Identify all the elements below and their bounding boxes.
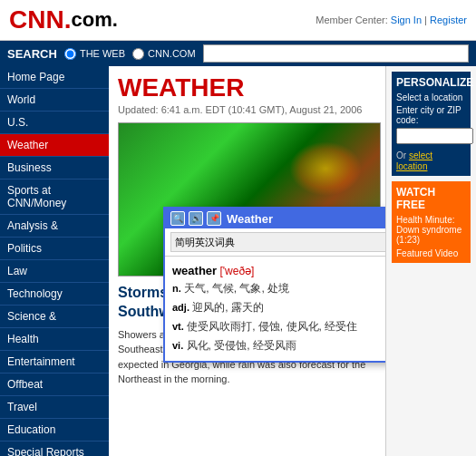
nav-item-special-reports[interactable]: Special Reports (0, 441, 109, 456)
search-bar: SEARCH THE WEB CNN.COM (0, 41, 476, 66)
cnn-logo: CNN.com. (9, 5, 118, 34)
dict-toolbar-icons: 🔍 🔊 📌 (170, 211, 221, 226)
nav-item-health[interactable]: Health (0, 328, 109, 351)
page-title: WEATHER (118, 73, 376, 102)
dict-pos-vi: vi. 风化, 受侵蚀, 经受风雨 (172, 338, 385, 354)
dictionary-popup: 🔍 🔊 📌 Weather ◀ 简明英汉词典 weather ['weðə] (163, 207, 385, 363)
dict-def-vt: 使受风吹雨打, 侵蚀, 使风化, 经受住 (187, 320, 357, 333)
content-area: WEATHER Updated: 6:41 a.m. EDT (10:41 GM… (109, 66, 385, 456)
nav-item-education[interactable]: Education (0, 419, 109, 441)
dict-pos-n: n. 天气, 气候, 气象, 处境 (172, 281, 385, 296)
or-label: Or (396, 150, 409, 160)
nav-item-analysis[interactable]: Analysis & (0, 215, 109, 238)
nav-item-travel[interactable]: Travel (0, 396, 109, 419)
watch-free-title: WATCH FREE (396, 186, 466, 211)
select-location-row: Or select location (396, 150, 466, 171)
watch-link[interactable]: Health Minute: Down syndrome (1:23) (396, 215, 466, 245)
dict-def-adj: 迎风的, 露天的 (192, 301, 264, 314)
left-nav: Home Page World U.S. Weather Business Sp… (0, 66, 109, 456)
zip-code-input[interactable] (396, 128, 473, 144)
nav-item-entertainment[interactable]: Entertainment (0, 351, 109, 374)
nav-item-offbeat[interactable]: Offbeat (0, 374, 109, 396)
header: CNN.com. Member Center: Sign In | Regist… (0, 0, 476, 41)
member-center: Member Center: Sign In | Register (316, 15, 467, 25)
nav-item-politics[interactable]: Politics (0, 238, 109, 260)
watch-free-box: WATCH FREE Health Minute: Down syndrome … (392, 181, 471, 263)
dict-body: weather ['weðə] n. 天气, 气候, 气象, 处境 adj. 迎… (165, 257, 385, 361)
dict-pos-vt: vt. 使受风吹雨打, 侵蚀, 使风化, 经受住 (172, 319, 385, 335)
radio-cnn[interactable] (132, 48, 144, 60)
radio-cnn-group: CNN.COM (132, 48, 196, 60)
personalize-line1: Select a location (396, 92, 466, 102)
dict-pos-label-adj: adj. (172, 302, 189, 313)
radio-cnn-label: CNN.COM (148, 48, 196, 59)
featured-video-label: Featured Video (396, 248, 466, 258)
dict-phonetic: ['weðə] (219, 265, 254, 277)
dict-pos-label-vi: vi. (172, 340, 183, 351)
right-sidebar: PERSONALIZE Select a location Enter city… (385, 66, 476, 456)
search-label: SEARCH (7, 47, 57, 61)
dict-dropdown-area: 简明英汉词典 (165, 228, 385, 257)
nav-item-science[interactable]: Science & (0, 306, 109, 328)
dict-search-icon[interactable]: 🔍 (170, 211, 185, 226)
member-center-label: Member Center: (316, 15, 387, 25)
updated-text: Updated: 6:41 a.m. EDT (10:41 GMT), Augu… (118, 104, 376, 115)
radio-web-group: THE WEB (64, 48, 125, 60)
logo-cnn: CNN (9, 7, 64, 33)
nav-item-sports[interactable]: Sports at CNN/Money (0, 179, 109, 215)
nav-item-law[interactable]: Law (0, 260, 109, 283)
search-input[interactable] (203, 44, 469, 63)
logo-dot: . (64, 5, 72, 34)
nav-item-technology[interactable]: Technology (0, 283, 109, 306)
main-layout: Home Page World U.S. Weather Business Sp… (0, 66, 476, 456)
dict-pos-label-n: n. (172, 283, 181, 294)
personalize-box: PERSONALIZE Select a location Enter city… (392, 72, 471, 176)
dict-title-bar: 🔍 🔊 📌 Weather ◀ (165, 209, 385, 228)
dict-entry-header: weather ['weðə] (172, 264, 385, 277)
nav-item-world[interactable]: World (0, 89, 109, 112)
radio-web[interactable] (64, 48, 76, 60)
dict-select[interactable]: 简明英汉词典 (170, 232, 385, 252)
personalize-title: PERSONALIZE (396, 76, 466, 89)
logo-com: com. (71, 8, 117, 32)
dict-pin-icon[interactable]: 📌 (207, 211, 221, 226)
radio-web-label: THE WEB (80, 48, 125, 59)
dict-title-text: Weather (227, 212, 381, 226)
dict-pos-label-vt: vt. (172, 321, 184, 332)
sign-in-link[interactable]: Sign In (391, 15, 422, 25)
nav-item-home-page[interactable]: Home Page (0, 66, 109, 89)
nav-item-weather[interactable]: Weather (0, 134, 109, 157)
personalize-line2: Enter city or ZIP code: (396, 105, 466, 125)
register-link[interactable]: Register (430, 15, 467, 25)
dict-def-n: 天气, 气候, 气象, 处境 (184, 282, 289, 295)
nav-item-us[interactable]: U.S. (0, 112, 109, 134)
dict-def-vi: 风化, 受侵蚀, 经受风雨 (187, 339, 296, 352)
dict-entry-word: weather (172, 264, 217, 277)
dict-speaker-icon[interactable]: 🔊 (189, 211, 203, 226)
nav-item-business[interactable]: Business (0, 157, 109, 179)
dict-pos-adj: adj. 迎风的, 露天的 (172, 300, 385, 315)
